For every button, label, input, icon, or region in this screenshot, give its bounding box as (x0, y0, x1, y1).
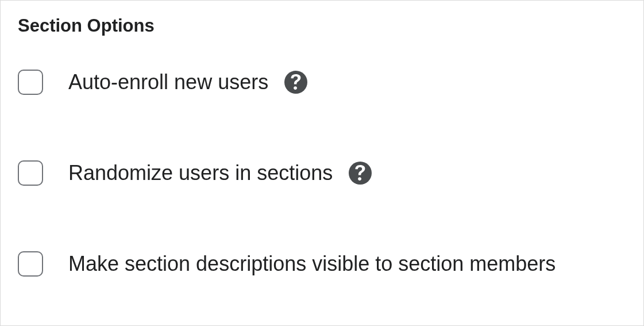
option-row-randomize: Randomize users in sections (18, 160, 626, 186)
help-icon[interactable] (284, 71, 307, 94)
option-row-descriptions-visible: Make section descriptions visible to sec… (18, 251, 626, 277)
section-options-panel: Section Options Auto-enroll new users Ra… (0, 0, 644, 326)
checkbox-auto-enroll[interactable] (18, 70, 43, 95)
option-label: Make section descriptions visible to sec… (68, 251, 556, 276)
checkbox-descriptions-visible[interactable] (18, 251, 43, 277)
help-icon[interactable] (349, 162, 372, 185)
question-mark-icon (354, 165, 366, 181)
option-row-auto-enroll: Auto-enroll new users (18, 70, 626, 95)
question-mark-icon (290, 74, 302, 90)
checkbox-randomize[interactable] (18, 160, 43, 186)
panel-title: Section Options (18, 16, 626, 36)
option-label: Auto-enroll new users (68, 70, 268, 94)
option-label: Randomize users in sections (68, 160, 333, 185)
